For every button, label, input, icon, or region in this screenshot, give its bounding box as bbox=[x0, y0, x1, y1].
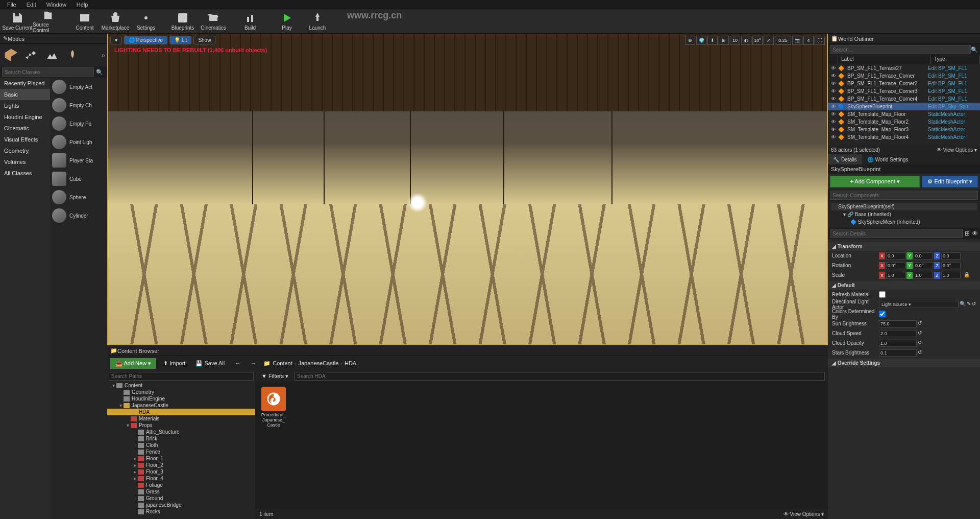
tree-node[interactable]: ▾Content bbox=[107, 382, 255, 389]
reset-icon[interactable]: ↺ bbox=[918, 320, 922, 327]
tab-world-settings[interactable]: 🌐 World Settings bbox=[862, 154, 914, 164]
grid-snap-button[interactable]: ⊞ bbox=[719, 36, 729, 45]
outliner-row[interactable]: 👁🔶SM_Template_Map_Floor3StaticMeshActor bbox=[828, 126, 980, 133]
placeable-cylinder[interactable]: Cylinder bbox=[50, 206, 107, 225]
cat-volumes[interactable]: Volumes bbox=[0, 156, 50, 168]
cat-lights[interactable]: Lights bbox=[0, 100, 50, 111]
reset-icon[interactable]: ↺ bbox=[918, 349, 922, 357]
grid-value[interactable]: 10 bbox=[730, 36, 740, 45]
cat-cinematic[interactable]: Cinematic bbox=[0, 123, 50, 134]
tree-node[interactable]: Geometry bbox=[107, 389, 255, 395]
maximize-button[interactable]: ⛶ bbox=[815, 36, 825, 45]
loc-y[interactable] bbox=[914, 252, 933, 260]
menu-file[interactable]: File bbox=[2, 2, 21, 8]
eye-icon[interactable]: 👁 bbox=[972, 230, 978, 237]
component-tree[interactable]: SkySphereBlueprint(self) ▾ 🔗 Base (Inher… bbox=[828, 201, 980, 228]
tree-node[interactable]: HoudiniEngine bbox=[107, 395, 255, 402]
source-control-button[interactable]: Source Control bbox=[33, 10, 63, 33]
viewport-menu-button[interactable]: ▾ bbox=[110, 36, 122, 44]
angle-value[interactable]: 10° bbox=[752, 36, 763, 45]
camera-value[interactable]: 4 bbox=[803, 36, 814, 45]
tree-node[interactable]: Cloth bbox=[107, 442, 255, 449]
outliner-rows[interactable]: 👁🔶BP_SM_FL1_Terrace27Edit BP_SM_FL1👁🔶BP_… bbox=[828, 64, 980, 145]
search-actor-icon[interactable]: 🔍 bbox=[960, 301, 966, 308]
import-button[interactable]: ⬆ Import bbox=[160, 358, 188, 369]
section-override[interactable]: ◢ Override Settings bbox=[828, 359, 980, 367]
tree-node[interactable]: japaneseBridge bbox=[107, 502, 255, 508]
outliner-row[interactable]: 👁🔶BP_SM_FL1_Terrace27Edit BP_SM_FL1 bbox=[828, 64, 980, 72]
matrix-icon[interactable]: ⊞ bbox=[963, 230, 972, 237]
back-button[interactable]: ← bbox=[232, 358, 243, 368]
camera-speed-button[interactable]: 📷 bbox=[792, 36, 802, 45]
settings-button[interactable]: Settings bbox=[131, 10, 161, 33]
tree-node[interactable]: Rocks bbox=[107, 508, 255, 515]
tree-node[interactable]: ▾JapaneseCastle bbox=[107, 402, 255, 409]
tree-node[interactable]: ▸Floor_1 bbox=[107, 455, 255, 462]
outliner-row[interactable]: 👁🔶BP_SM_FL1_Terrace_CornerEdit BP_SM_FL1 bbox=[828, 72, 980, 80]
outliner-row[interactable]: 👁🔶SM_Template_Map_FloorStaticMeshActor bbox=[828, 110, 980, 118]
blueprints-button[interactable]: Blueprints bbox=[167, 10, 198, 33]
placeable-empty-pawn[interactable]: Empty Pa bbox=[50, 114, 107, 133]
colors-det-checkbox[interactable] bbox=[879, 311, 886, 317]
bc-hda[interactable]: HDA bbox=[345, 360, 356, 366]
placeable-sphere[interactable]: Sphere bbox=[50, 188, 107, 206]
paint-mode-icon[interactable] bbox=[22, 46, 41, 64]
show-button[interactable]: Show bbox=[193, 36, 215, 44]
placeable-cube[interactable]: Cube bbox=[50, 170, 107, 188]
play-button[interactable]: Play bbox=[272, 10, 302, 33]
outliner-col-label[interactable]: Label bbox=[838, 55, 931, 64]
loc-z[interactable] bbox=[941, 252, 961, 260]
reset-icon[interactable]: ↺ bbox=[918, 330, 922, 337]
rot-y[interactable] bbox=[914, 262, 933, 269]
marketplace-button[interactable]: Marketplace bbox=[100, 10, 131, 33]
outliner-row[interactable]: 👁🔶BP_SM_FL1_Terrace_Corner4Edit BP_SM_FL… bbox=[828, 95, 980, 103]
cat-all[interactable]: All Classes bbox=[0, 168, 50, 179]
add-component-button[interactable]: + Add Component ▾ bbox=[830, 176, 920, 187]
cat-geometry[interactable]: Geometry bbox=[0, 145, 50, 156]
tree-node[interactable]: Fence bbox=[107, 449, 255, 455]
search-components-input[interactable] bbox=[830, 191, 978, 200]
bc-japanese[interactable]: JapaneseCastle bbox=[298, 360, 338, 366]
save-current-button[interactable]: Save Current bbox=[2, 10, 33, 33]
dir-light-dropdown[interactable]: Light Source ▾ bbox=[879, 301, 959, 308]
tab-details[interactable]: 🔧 Details bbox=[828, 154, 862, 164]
content-button[interactable]: Content bbox=[69, 10, 100, 33]
cloud-opac-input[interactable] bbox=[879, 340, 917, 347]
loc-x[interactable] bbox=[886, 252, 905, 260]
outliner-row[interactable]: 👁🔶SM_Template_Map_Floor4StaticMeshActor bbox=[828, 133, 980, 141]
rot-x[interactable] bbox=[886, 262, 905, 269]
forward-button[interactable]: → bbox=[248, 358, 259, 368]
bc-content[interactable]: Content bbox=[273, 360, 292, 366]
transform-mode-button[interactable]: ⊕ bbox=[685, 36, 695, 45]
placeable-empty-actor[interactable]: Empty Act bbox=[50, 78, 107, 96]
chevron-right-icon[interactable]: » bbox=[101, 51, 105, 59]
menu-edit[interactable]: Edit bbox=[21, 2, 41, 8]
reset-icon[interactable]: ↺ bbox=[918, 340, 922, 347]
outliner-row[interactable]: 👁🔶SM_Template_Map_Floor2StaticMeshActor bbox=[828, 118, 980, 126]
tree-node[interactable]: Brick bbox=[107, 435, 255, 442]
sun-bright-input[interactable] bbox=[879, 320, 917, 327]
placeable-empty-char[interactable]: Empty Ch bbox=[50, 96, 107, 114]
component-base[interactable]: ▾ 🔗 Base (Inherited) bbox=[831, 210, 977, 218]
scale-snap-button[interactable]: ⤢ bbox=[764, 36, 774, 45]
reset-icon[interactable]: ↺ bbox=[972, 301, 976, 308]
tree-node[interactable]: HDA bbox=[107, 409, 255, 415]
outliner-row[interactable]: 👁🔶BP_SM_FL1_Terrace_Corner3Edit BP_SM_FL… bbox=[828, 87, 980, 95]
menu-help[interactable]: Help bbox=[71, 2, 93, 8]
tree-node[interactable]: ▸Floor_4 bbox=[107, 475, 255, 482]
viewport[interactable]: ▾ 🌐 Perspective 💡 Lit Show LIGHTING NEED… bbox=[107, 34, 828, 345]
scl-x[interactable] bbox=[886, 272, 905, 279]
cinematics-button[interactable]: Cinematics bbox=[198, 10, 229, 33]
search-paths-input[interactable] bbox=[109, 372, 254, 381]
foliage-mode-icon[interactable] bbox=[63, 46, 82, 64]
outliner-row[interactable]: 👁🔵SkySphereBlueprintEdit BP_Sky_Sph bbox=[828, 103, 980, 110]
search-classes-input[interactable] bbox=[2, 67, 94, 77]
tree-node[interactable]: Materials bbox=[107, 415, 255, 422]
save-all-button[interactable]: 💾 Save All bbox=[192, 358, 228, 369]
outliner-view-options[interactable]: 👁 View Options ▾ bbox=[937, 147, 977, 153]
component-root[interactable]: SkySphereBlueprint(self) bbox=[831, 203, 977, 210]
cat-houdini[interactable]: Houdini Engine bbox=[0, 111, 50, 123]
tree-node[interactable]: ▸Floor_3 bbox=[107, 468, 255, 475]
tree-node[interactable]: Foliage bbox=[107, 482, 255, 488]
refresh-material-checkbox[interactable] bbox=[879, 291, 886, 298]
